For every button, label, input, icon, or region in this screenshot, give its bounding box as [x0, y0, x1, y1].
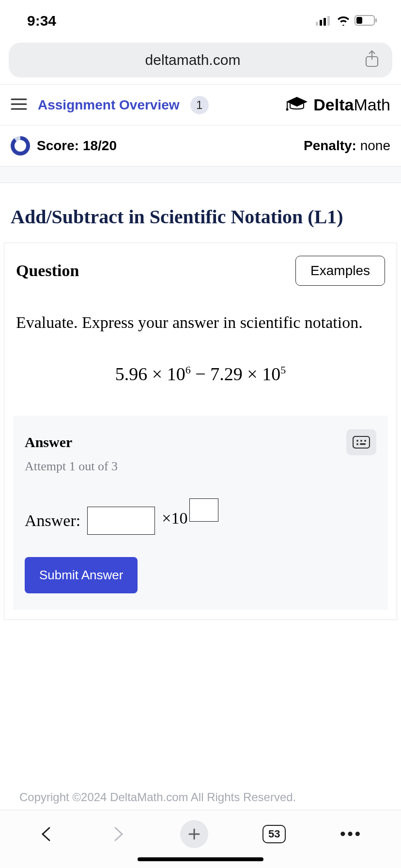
math-expression: 5.96 × 106 − 7.29 × 105 — [4, 340, 397, 412]
app-header: Assignment Overview 1 DeltaMath — [0, 85, 401, 125]
separator-strip — [0, 167, 401, 183]
question-label: Question — [16, 262, 79, 280]
more-icon[interactable]: ••• — [340, 825, 362, 843]
examples-button[interactable]: Examples — [295, 256, 385, 286]
svg-rect-2 — [324, 18, 326, 26]
copyright-text: Copyright ©2024 DeltaMath.com All Rights… — [0, 790, 401, 804]
svg-point-14 — [356, 440, 358, 442]
logo-text: DeltaMath — [313, 95, 390, 114]
svg-rect-3 — [327, 16, 330, 26]
question-card: Question Examples Evaluate. Express your… — [4, 243, 397, 620]
question-prompt: Evaluate. Express your answer in scienti… — [4, 294, 397, 340]
signal-icon — [316, 13, 332, 29]
status-time: 9:34 — [27, 13, 56, 29]
svg-point-15 — [360, 440, 362, 442]
svg-rect-0 — [316, 22, 318, 26]
answer-line-label: Answer: — [25, 512, 80, 530]
url-bar[interactable]: deltamath.com — [9, 43, 392, 78]
logo[interactable]: DeltaMath — [285, 95, 390, 114]
svg-rect-1 — [320, 20, 322, 26]
answer-input-line: Answer: ×10 — [25, 507, 376, 535]
home-indicator — [138, 857, 263, 861]
back-button[interactable] — [39, 826, 55, 842]
exponent-input[interactable] — [189, 498, 218, 522]
new-tab-button[interactable] — [180, 820, 208, 848]
wifi-icon — [336, 13, 351, 29]
submit-answer-button[interactable]: Submit Answer — [25, 557, 138, 593]
battery-icon — [355, 13, 378, 29]
coefficient-input[interactable] — [87, 507, 155, 535]
answer-title: Answer — [25, 434, 72, 450]
answer-section: Answer Attempt 1 out of 3 Answer: ×10 Su… — [13, 416, 388, 610]
tabs-button[interactable]: 53 — [262, 825, 286, 843]
svg-rect-18 — [360, 443, 366, 445]
svg-point-16 — [364, 440, 366, 442]
url-text: deltamath.com — [21, 52, 364, 68]
svg-rect-13 — [353, 436, 370, 448]
svg-rect-6 — [356, 17, 362, 24]
grad-cap-icon — [285, 96, 308, 114]
question-header: Question Examples — [4, 243, 397, 294]
svg-rect-5 — [375, 18, 377, 22]
svg-point-17 — [356, 443, 358, 445]
times-ten-label: ×10 — [162, 509, 218, 532]
answer-header: Answer — [25, 429, 376, 455]
status-bar: 9:34 — [0, 0, 401, 37]
status-icons — [316, 13, 378, 29]
progress-ring-icon — [11, 136, 30, 155]
problem-title: Add/Subtract in Scientific Notation (L1) — [0, 183, 401, 243]
assignment-overview-link[interactable]: Assignment Overview — [38, 97, 180, 113]
share-icon[interactable] — [364, 50, 380, 70]
penalty-text: Penalty: none — [304, 138, 390, 154]
score-row: Score: 18/20 Penalty: none — [0, 125, 401, 167]
menu-icon[interactable] — [11, 98, 27, 112]
forward-button[interactable] — [109, 826, 126, 842]
svg-point-12 — [286, 108, 289, 110]
attempt-counter: Attempt 1 out of 3 — [25, 459, 376, 474]
keypad-icon[interactable] — [346, 429, 376, 455]
assignment-count-badge: 1 — [190, 96, 209, 114]
score-text: Score: 18/20 — [37, 138, 117, 154]
